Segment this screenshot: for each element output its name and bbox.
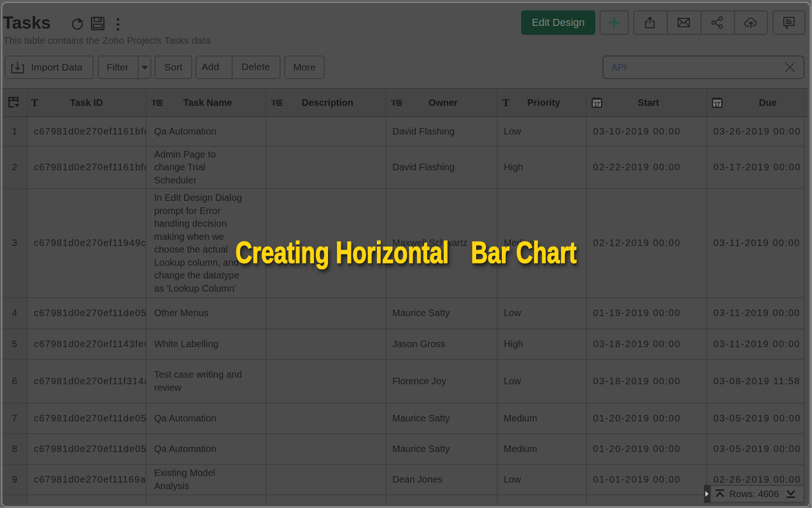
svg-text:T: T: [391, 98, 397, 107]
svg-text:T: T: [271, 98, 277, 107]
svg-text:17: 17: [714, 102, 720, 107]
svg-text:T: T: [151, 98, 157, 107]
svg-text:17: 17: [594, 102, 600, 107]
